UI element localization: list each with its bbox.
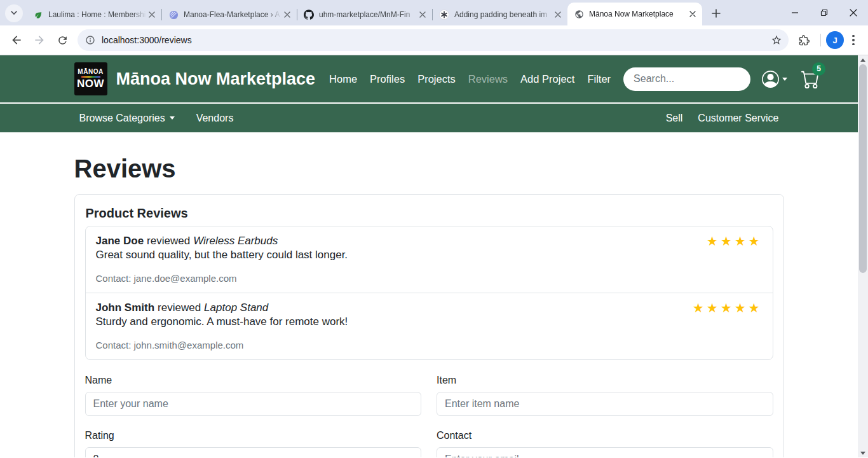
- cart-count-badge: 5: [812, 62, 825, 76]
- chatgpt-icon: [439, 10, 449, 20]
- rating-label: Rating: [85, 429, 422, 441]
- window-controls: [780, 0, 868, 25]
- account-menu-button[interactable]: [762, 71, 787, 88]
- tab-close-button[interactable]: [281, 9, 293, 20]
- new-tab-button[interactable]: [707, 4, 725, 22]
- scroll-up-arrow[interactable]: [858, 55, 868, 64]
- site-navbar: MĀNOA NOW Mānoa Now Marketplace Home Pro…: [0, 55, 858, 102]
- tab-title: Manoa-Flea-Marketplace › A: [184, 10, 281, 19]
- close-window-button[interactable]: [839, 0, 868, 25]
- browse-categories-dropdown[interactable]: Browse Categories: [79, 113, 175, 124]
- rating-input[interactable]: [85, 447, 422, 457]
- site-info-icon[interactable]: [85, 35, 95, 45]
- reload-button[interactable]: [51, 29, 74, 52]
- contact-input[interactable]: [437, 447, 773, 457]
- reviewer-name: John Smith: [96, 301, 155, 315]
- review-action-text: reviewed: [147, 234, 190, 248]
- logo-text-bottom: NOW: [77, 78, 104, 89]
- address-bar[interactable]: localhost:3000/reviews: [78, 29, 789, 51]
- reviewer-name: Jane Doe: [96, 234, 144, 248]
- profile-avatar[interactable]: J: [826, 31, 844, 49]
- browser-menu-button[interactable]: [844, 29, 863, 52]
- extensions-icon[interactable]: [792, 29, 815, 52]
- rating-field-group: Rating: [85, 429, 422, 457]
- url-text[interactable]: localhost:3000/reviews: [102, 35, 192, 45]
- reviews-list: Jane Doe reviewed Wireless Earbuds ★★★★ …: [85, 226, 773, 360]
- contact-label: Contact: [437, 429, 773, 441]
- secondary-navbar: Browse Categories Vendors Sell Customer …: [0, 104, 858, 132]
- browser-tab-strip: Laulima : Home : Membershi Manoa-Flea-Ma…: [0, 0, 868, 25]
- tab-title: Adding padding beneath im: [454, 10, 552, 19]
- item-input[interactable]: [437, 392, 773, 416]
- restore-button[interactable]: [810, 0, 839, 25]
- subnav-link-sell[interactable]: Sell: [666, 113, 683, 124]
- nav-link-projects[interactable]: Projects: [411, 73, 462, 85]
- review-comment: Sturdy and ergonomic. A must-have for re…: [96, 315, 763, 329]
- nav-link-add-project[interactable]: Add Project: [514, 73, 581, 85]
- review-contact: Contact: jane.doe@example.com: [96, 272, 763, 285]
- tab-close-button[interactable]: [417, 9, 428, 20]
- person-circle-icon: [762, 71, 779, 88]
- reviewed-product: Wireless Earbuds: [193, 234, 278, 248]
- caret-down-icon: [170, 116, 175, 120]
- tab-title: Laulima : Home : Membershi: [48, 10, 146, 19]
- tab-close-button[interactable]: [552, 9, 564, 20]
- toolbar-divider: [820, 34, 821, 46]
- navbar-right-group: 5: [617, 67, 820, 91]
- tab-manoa-marketplace-active[interactable]: Mānoa Now Marketplace: [567, 3, 702, 25]
- page-scrollbar[interactable]: [858, 55, 868, 457]
- review-item: Jane Doe reviewed Wireless Earbuds ★★★★ …: [86, 226, 773, 293]
- name-input[interactable]: [85, 392, 422, 416]
- tab-title: uhm-marketplace/MnM-Fin: [319, 10, 417, 19]
- subnav-link-customer-service[interactable]: Customer Service: [698, 113, 778, 124]
- bookmark-star-icon[interactable]: [771, 34, 782, 46]
- page-title: Reviews: [74, 156, 784, 181]
- tab-laulima[interactable]: Laulima : Home : Membershi: [27, 4, 161, 25]
- product-reviews-card: Product Reviews Jane Doe reviewed Wirele…: [74, 194, 784, 457]
- review-comment: Great sound quality, but the battery cou…: [96, 248, 763, 262]
- review-action-text: reviewed: [158, 301, 201, 315]
- github-icon: [304, 10, 314, 20]
- cart-button[interactable]: 5: [801, 70, 820, 88]
- card-title: Product Reviews: [86, 205, 773, 221]
- leaf-icon: [33, 10, 43, 20]
- site-logo[interactable]: MĀNOA NOW: [74, 62, 107, 95]
- minimize-button[interactable]: [780, 0, 810, 25]
- search-input[interactable]: [623, 67, 750, 91]
- nav-link-profiles[interactable]: Profiles: [363, 73, 411, 85]
- item-field-group: Item: [437, 374, 773, 416]
- review-form: Name Item Rating Contact: [85, 374, 773, 457]
- tab-title: Mānoa Now Marketplace: [589, 10, 687, 18]
- subnav-left-group: Browse Categories Vendors: [79, 113, 234, 124]
- nav-link-filter[interactable]: Filter: [581, 73, 617, 85]
- tab-chatgpt[interactable]: Adding padding beneath im: [433, 4, 567, 25]
- page-viewport: MĀNOA NOW Mānoa Now Marketplace Home Pro…: [0, 55, 868, 457]
- globe-icon: [574, 9, 584, 19]
- toolbar-right-group: J: [792, 29, 863, 52]
- back-button[interactable]: [5, 29, 28, 52]
- reviewed-product: Laptop Stand: [204, 301, 268, 315]
- name-field-group: Name: [85, 374, 422, 416]
- star-rating: ★★★★: [707, 234, 763, 248]
- review-contact: Contact: john.smith@example.com: [96, 339, 763, 352]
- subnav-link-vendors[interactable]: Vendors: [196, 113, 234, 124]
- tab-search-button[interactable]: [5, 4, 23, 22]
- sphere-icon: [168, 10, 179, 20]
- forward-button[interactable]: [28, 29, 51, 52]
- tab-manoa-flea[interactable]: Manoa-Flea-Marketplace › A: [162, 4, 297, 25]
- scroll-down-arrow[interactable]: [858, 448, 868, 457]
- name-label: Name: [85, 374, 422, 386]
- nav-link-home[interactable]: Home: [323, 73, 363, 85]
- brand-title[interactable]: Mānoa Now Marketplace: [116, 69, 316, 89]
- tab-close-button[interactable]: [146, 9, 158, 20]
- tab-github[interactable]: uhm-marketplace/MnM-Fin: [297, 4, 432, 25]
- contact-field-group: Contact: [437, 429, 773, 457]
- nav-link-reviews-active[interactable]: Reviews: [462, 73, 514, 85]
- scrollbar-thumb[interactable]: [859, 64, 867, 273]
- star-rating: ★★★★★: [693, 301, 763, 315]
- subnav-right-group: Sell Customer Service: [666, 113, 779, 124]
- nav-links: Home Profiles Projects Reviews Add Proje…: [323, 73, 617, 85]
- item-label: Item: [437, 374, 773, 386]
- review-item: John Smith reviewed Laptop Stand ★★★★★ S…: [86, 293, 773, 359]
- tab-close-button[interactable]: [687, 8, 698, 20]
